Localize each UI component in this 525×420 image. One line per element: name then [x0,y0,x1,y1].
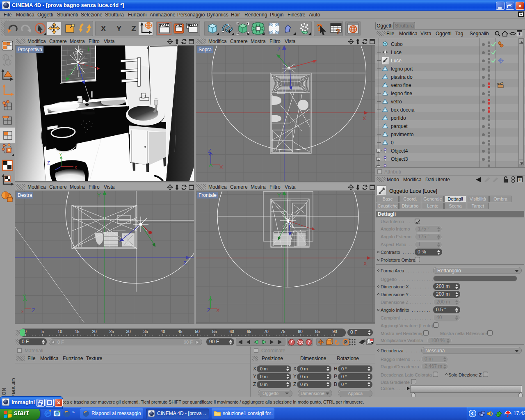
svg-text:55: 55 [212,329,217,334]
svg-text:Z: Z [47,160,50,165]
svg-text:25: 25 [109,329,114,334]
svg-text:x: x [21,309,24,314]
svg-text:Z: Z [277,46,281,52]
svg-text:Z: Z [32,307,35,313]
svg-text:15: 15 [75,329,80,334]
svg-text:0: 0 [384,164,386,167]
svg-text:20: 20 [92,329,97,334]
svg-text:75: 75 [281,329,285,334]
svg-text:35: 35 [143,329,148,334]
svg-text:X: X [363,260,367,267]
svg-text:5: 5 [41,329,44,334]
svg-text:85: 85 [315,329,320,334]
svg-text:40: 40 [160,329,165,334]
svg-text:Z: Z [207,307,210,313]
svg-text:x: x [75,164,77,169]
svg-text:Y: Y [277,192,281,198]
svg-text:Y: Y [97,192,101,198]
svg-text:90: 90 [332,329,337,334]
svg-text:X: X [216,307,220,313]
svg-text:65: 65 [247,329,251,334]
svg-text:0: 0 [384,148,386,151]
svg-text:80: 80 [298,329,303,334]
svg-text:30: 30 [126,329,131,334]
svg-text:?: ? [308,340,310,345]
svg-text:X: X [363,115,366,121]
svg-text:Y: Y [23,293,26,299]
svg-text:Z: Z [183,260,187,266]
svg-text:50: 50 [195,329,200,334]
svg-text:P: P [345,340,347,345]
svg-text:0: 0 [384,156,386,159]
svg-text:10: 10 [57,329,62,334]
svg-text:45: 45 [178,329,183,334]
svg-text:60: 60 [229,329,234,334]
svg-text:?: ? [336,28,340,35]
svg-text:70: 70 [264,329,269,334]
svg-text:0: 0 [24,329,27,334]
svg-text:Y: Y [59,153,62,157]
